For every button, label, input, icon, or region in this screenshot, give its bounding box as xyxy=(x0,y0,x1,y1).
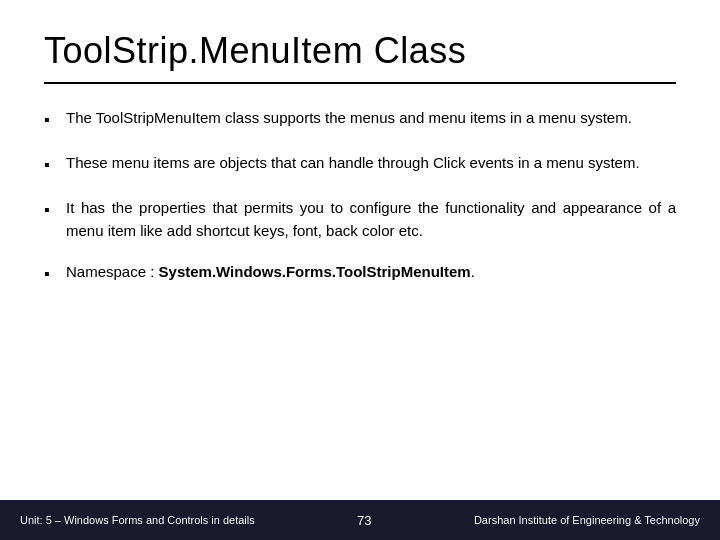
bullet-icon-4: ▪ xyxy=(44,262,66,287)
bullet-item-2: ▪ These menu items are objects that can … xyxy=(44,151,676,178)
namespace-label: Namespace : xyxy=(66,263,159,280)
bullet-text-1: The ToolStripMenuItem class supports the… xyxy=(66,106,676,129)
slide-title: ToolStrip.MenuItem Class xyxy=(44,30,676,72)
bullet-icon-3: ▪ xyxy=(44,198,66,223)
bullet-list: ▪ The ToolStripMenuItem class supports t… xyxy=(44,106,676,287)
title-section: ToolStrip.MenuItem Class xyxy=(44,30,676,84)
footer: Unit: 5 – Windows Forms and Controls in … xyxy=(0,500,720,540)
footer-page-number: 73 xyxy=(357,513,371,528)
bullet-item-3: ▪ It has the properties that permits you… xyxy=(44,196,676,243)
bullet-text-3: It has the properties that permits you t… xyxy=(66,196,676,243)
bullet-icon-1: ▪ xyxy=(44,108,66,133)
main-content: ToolStrip.MenuItem Class ▪ The ToolStrip… xyxy=(0,0,720,500)
bullet-text-2: These menu items are objects that can ha… xyxy=(66,151,676,174)
footer-right: Darshan Institute of Engineering & Techn… xyxy=(474,514,700,526)
bullet-text-4: Namespace : System.Windows.Forms.ToolStr… xyxy=(66,260,676,283)
namespace-period: . xyxy=(471,263,475,280)
bullet-icon-2: ▪ xyxy=(44,153,66,178)
bullet-item-4: ▪ Namespace : System.Windows.Forms.ToolS… xyxy=(44,260,676,287)
namespace-value: System.Windows.Forms.ToolStripMenuItem xyxy=(159,263,471,280)
slide-container: ToolStrip.MenuItem Class ▪ The ToolStrip… xyxy=(0,0,720,540)
bullet-item-1: ▪ The ToolStripMenuItem class supports t… xyxy=(44,106,676,133)
footer-left: Unit: 5 – Windows Forms and Controls in … xyxy=(20,514,255,526)
